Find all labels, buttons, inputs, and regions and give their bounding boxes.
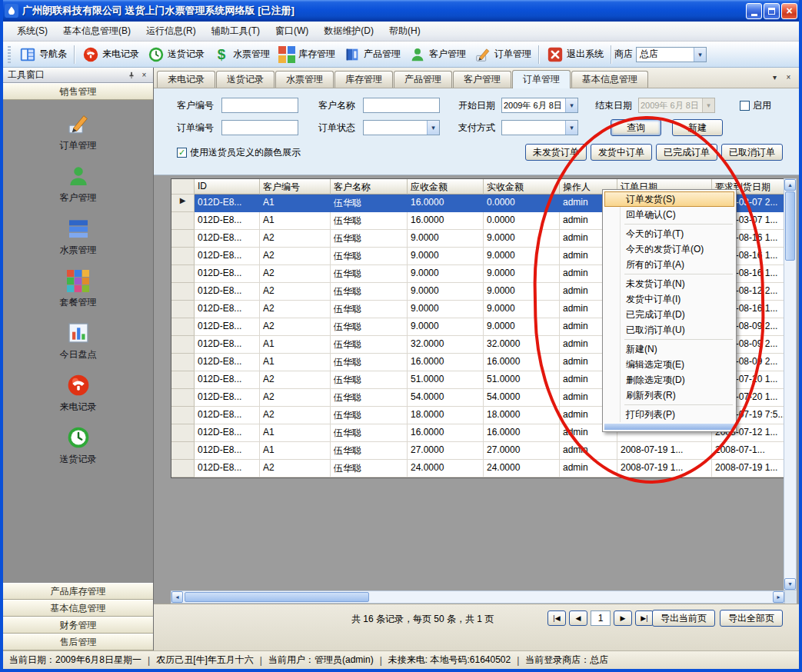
context-menu-item-1[interactable]: 回单确认(C) <box>604 207 734 222</box>
menu-expand-bar[interactable] <box>604 424 734 430</box>
column-header-0[interactable]: ID <box>195 179 260 195</box>
menu-item-3[interactable]: 辅助工具(T) <box>204 22 268 41</box>
chevron-down-icon[interactable]: ▾ <box>694 48 706 62</box>
customer-no-input[interactable] <box>221 98 298 113</box>
export-current-page-button[interactable]: 导出当前页 <box>652 610 715 627</box>
toolbar-exit-button[interactable]: 退出系统 <box>542 43 607 66</box>
tab-3[interactable]: 库存管理 <box>334 71 393 88</box>
sidebar-item-chart[interactable]: 今日盘点 <box>28 320 128 361</box>
toolbar-customer-button[interactable]: 客户管理 <box>404 43 470 66</box>
context-menu-item-6[interactable]: 发货中订单(I) <box>604 291 734 307</box>
sidebar-section-2[interactable]: 财务管理 <box>3 617 153 634</box>
menu-item-1[interactable]: 基本信息管理(B) <box>55 22 138 41</box>
sidebar-item-delivery-clock[interactable]: 送货记录 <box>28 424 128 466</box>
table-row[interactable]: 012D-E8...A2伍华聪24.000024.0000admin2008-0… <box>171 460 784 477</box>
close-button[interactable]: × <box>781 3 797 19</box>
chevron-down-icon[interactable]: ▾ <box>565 121 577 135</box>
toolbar-product-button[interactable]: 产品管理 <box>339 43 404 66</box>
tab-7[interactable]: 基本信息管理 <box>571 71 648 88</box>
menu-item-6[interactable]: 帮助(H) <box>381 22 428 41</box>
context-menu-item-13[interactable]: 打印列表(P) <box>604 407 734 422</box>
menu-item-2[interactable]: 运行信息(R) <box>138 22 204 41</box>
context-menu-item-4[interactable]: 所有的订单(A) <box>604 257 734 272</box>
next-page-button[interactable]: ▶ <box>614 610 632 626</box>
column-header-3[interactable]: 应收金额 <box>408 179 484 195</box>
close-icon[interactable]: × <box>138 69 150 81</box>
context-menu-item-3[interactable]: 今天的发货订单(O) <box>604 241 734 257</box>
vertical-scroll-thumb[interactable] <box>785 191 795 261</box>
start-date-picker[interactable]: 2009年 6月 8日 ▾ <box>501 98 578 113</box>
end-date-picker[interactable]: 2009年 6月 8日 ▾ <box>638 98 715 113</box>
menu-item-0[interactable]: 系统(S) <box>9 22 55 41</box>
pin-icon[interactable] <box>125 69 137 81</box>
scroll-right-icon[interactable]: ▸ <box>773 591 784 603</box>
order-status-select[interactable]: ▾ <box>363 120 440 135</box>
tab-6[interactable]: 订单管理 <box>512 70 571 88</box>
tab-5[interactable]: 客户管理 <box>453 71 511 88</box>
context-menu-item-7[interactable]: 已完成订单(D) <box>604 307 734 322</box>
context-menu-item-12[interactable]: 刷新列表(R) <box>604 388 734 403</box>
column-header-1[interactable]: 客户编号 <box>260 179 331 195</box>
order-no-input[interactable] <box>221 120 298 135</box>
toolbar-delivery-clock-button[interactable]: 送货记录 <box>143 43 208 66</box>
toolbar-water-ticket-button[interactable]: $水票管理 <box>208 43 274 66</box>
scroll-left-icon[interactable]: ◂ <box>171 591 183 603</box>
toolbar-inventory-button[interactable]: 库存管理 <box>274 43 339 66</box>
sidebar-item-package[interactable]: 套餐管理 <box>28 268 128 309</box>
filter-orders-unshipped-button[interactable]: 未发货订单 <box>525 144 587 161</box>
sidebar-item-customer[interactable]: 客户管理 <box>28 163 128 205</box>
new-button[interactable]: 新建 <box>672 119 723 136</box>
scroll-up-icon[interactable]: ▴ <box>784 179 796 191</box>
page-number-input[interactable] <box>591 610 611 626</box>
sidebar-section-0[interactable]: 产品库存管理 <box>3 583 153 600</box>
menu-item-5[interactable]: 数据维护(D) <box>316 22 381 41</box>
context-menu-item-10[interactable]: 编辑选定项(E) <box>604 357 734 372</box>
query-button[interactable]: 查询 <box>611 119 661 136</box>
context-menu-item-8[interactable]: 已取消订单(U) <box>604 322 734 338</box>
column-header-2[interactable]: 客户名称 <box>331 179 408 195</box>
sidebar-section-sales[interactable]: 销售管理 <box>3 83 153 100</box>
restore-button[interactable] <box>764 3 780 19</box>
tab-close-icon[interactable]: × <box>783 72 794 83</box>
tab-1[interactable]: 送货记录 <box>216 71 275 88</box>
horizontal-scroll-thumb[interactable] <box>185 592 369 602</box>
scroll-down-icon[interactable]: ▾ <box>784 578 796 590</box>
toolbar-incoming-call-button[interactable]: 来电记录 <box>78 43 143 66</box>
color-display-checkbox[interactable]: ✓ 使用送货员定义的颜色展示 <box>177 146 301 159</box>
customer-name-input[interactable] <box>363 98 440 113</box>
sidebar-item-water-ticket-book[interactable]: 水票管理 <box>28 215 128 257</box>
context-menu-item-9[interactable]: 新建(N) <box>604 341 734 357</box>
grid-horizontal-scrollbar[interactable]: ◂ ▸ <box>171 590 785 604</box>
context-menu-item-2[interactable]: 今天的订单(T) <box>604 226 734 241</box>
menu-item-4[interactable]: 窗口(W) <box>268 22 316 41</box>
last-page-button[interactable]: ▶| <box>635 610 654 626</box>
grid-vertical-scrollbar[interactable]: ▴ ▾ <box>784 178 797 590</box>
payment-method-select[interactable]: ▾ <box>501 120 578 135</box>
table-row[interactable]: 012D-E8...A1伍华聪27.000027.0000admin2008-0… <box>171 442 784 460</box>
store-select[interactable]: 总店▾ <box>636 47 707 62</box>
column-header-4[interactable]: 实收金额 <box>484 179 560 195</box>
tab-0[interactable]: 来电记录 <box>157 71 215 88</box>
filter-orders-completed-button[interactable]: 已完成订单 <box>656 144 717 161</box>
context-menu-item-0[interactable]: 订单发货(S) <box>604 191 734 207</box>
first-page-button[interactable]: |◀ <box>547 610 566 626</box>
minimize-button[interactable] <box>746 3 762 19</box>
prev-page-button[interactable]: ◀ <box>569 610 587 626</box>
context-menu-item-5[interactable]: 未发货订单(N) <box>604 276 734 291</box>
tab-scroll-down-icon[interactable]: ▾ <box>769 72 780 83</box>
chevron-down-icon[interactable]: ▾ <box>565 98 577 112</box>
context-menu-item-11[interactable]: 删除选定项(D) <box>604 372 734 388</box>
chevron-down-icon[interactable]: ▾ <box>427 121 439 135</box>
tab-4[interactable]: 产品管理 <box>394 71 452 88</box>
tab-2[interactable]: 水票管理 <box>275 71 334 88</box>
sidebar-item-order[interactable]: 订单管理 <box>28 111 128 152</box>
filter-orders-cancelled-button[interactable]: 已取消订单 <box>721 144 783 161</box>
sidebar-section-3[interactable]: 售后管理 <box>3 634 153 650</box>
enable-checkbox[interactable]: 启用 <box>740 99 771 112</box>
sidebar-item-incoming-call[interactable]: 来电记录 <box>28 372 128 414</box>
toolbar-navigator-button[interactable]: 导航条 <box>15 43 71 66</box>
toolbar-order-button[interactable]: 订单管理 <box>470 43 535 66</box>
sidebar-section-1[interactable]: 基本信息管理 <box>3 600 153 617</box>
export-all-pages-button[interactable]: 导出全部页 <box>720 610 783 627</box>
filter-orders-shipping-button[interactable]: 发货中订单 <box>591 144 652 161</box>
